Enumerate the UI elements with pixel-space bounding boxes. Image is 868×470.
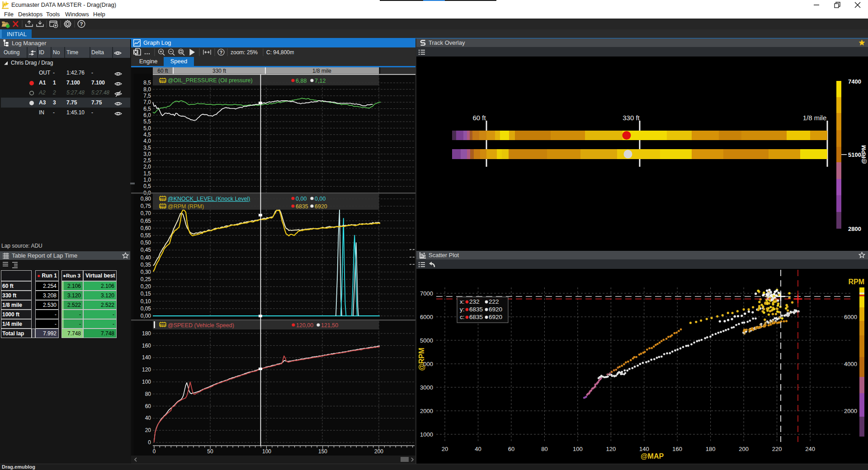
svg-text:4000: 4000 <box>844 361 857 367</box>
svg-text:222: 222 <box>489 298 499 305</box>
svg-text:160: 160 <box>672 446 682 452</box>
svg-text:@RPM: @RPM <box>418 348 425 371</box>
svg-text:3000: 3000 <box>420 384 433 391</box>
svg-text:x:: x: <box>460 298 465 305</box>
svg-text:20: 20 <box>442 446 448 452</box>
svg-text:6920: 6920 <box>489 314 502 320</box>
svg-text:2000: 2000 <box>844 408 857 414</box>
svg-text:c:: c: <box>460 314 465 320</box>
svg-text:6920: 6920 <box>489 306 502 313</box>
svg-text:2000: 2000 <box>420 408 433 414</box>
svg-text:232: 232 <box>469 298 480 305</box>
svg-text:RPM: RPM <box>848 278 864 286</box>
svg-text:7000: 7000 <box>420 290 433 297</box>
svg-text:@MAP: @MAP <box>641 452 664 460</box>
svg-text:6835: 6835 <box>469 306 483 313</box>
svg-text:y:: y: <box>460 306 465 313</box>
svg-text:120: 120 <box>606 446 616 452</box>
svg-text:100: 100 <box>573 446 583 452</box>
svg-text:6835: 6835 <box>469 314 483 320</box>
svg-text:1000: 1000 <box>420 431 433 438</box>
svg-text:6000: 6000 <box>844 314 857 320</box>
svg-text:240: 240 <box>805 446 815 452</box>
svg-text:5000: 5000 <box>420 337 433 344</box>
svg-text:220: 220 <box>772 446 782 452</box>
svg-text:140: 140 <box>639 446 649 452</box>
svg-text:60: 60 <box>508 446 514 452</box>
svg-text:200: 200 <box>739 446 749 452</box>
svg-text:40: 40 <box>475 446 481 452</box>
svg-text:6000: 6000 <box>420 314 433 320</box>
svg-text:180: 180 <box>706 446 716 452</box>
svg-text:80: 80 <box>541 446 547 452</box>
